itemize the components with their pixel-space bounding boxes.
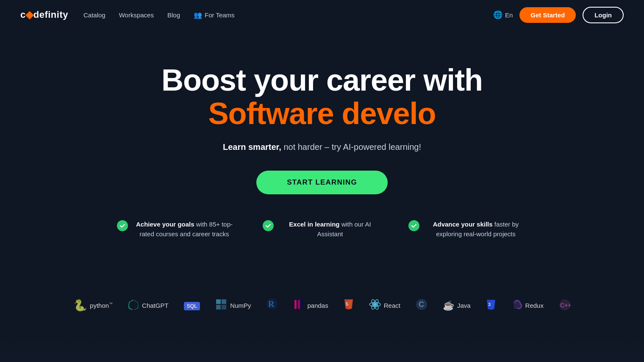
java-icon: ☕	[443, 300, 454, 311]
nav-links: Catalog Workspaces Blog 👥 For Teams	[83, 11, 235, 19]
check-icon-1	[117, 220, 128, 231]
r-icon: R	[266, 298, 278, 313]
get-started-button[interactable]: Get Started	[519, 7, 576, 23]
tech-logo-r: R	[266, 298, 278, 313]
svg-text:C: C	[419, 300, 424, 309]
svg-text:C++: C++	[560, 302, 571, 309]
numpy-icon	[215, 298, 227, 313]
check-icon-3	[408, 220, 419, 231]
logo-text: cdefinity	[20, 9, 68, 20]
nav-right: 🌐 En Get Started Login	[493, 7, 624, 23]
tech-logo-python: 🐍 python™	[73, 299, 113, 312]
tech-logo-css5: 3	[486, 299, 496, 312]
checkmark-svg-3	[411, 223, 417, 229]
svg-rect-3	[222, 305, 226, 309]
c-icon: C	[416, 298, 427, 313]
feature-item-3: Advance your skills faster by exploring …	[408, 220, 527, 239]
tech-logo-react: React	[369, 299, 400, 312]
tech-logo-c: C	[416, 298, 427, 313]
svg-rect-8	[301, 300, 303, 309]
nav-left: cdefinity Catalog Workspaces Blog 👥 For …	[20, 9, 235, 20]
tech-logo-chatgpt: ChatGPT	[128, 299, 169, 312]
tech-logo-redux: Redux	[511, 298, 544, 313]
feature-text-2: Excel in learning with our AI Assistant	[279, 220, 381, 239]
hero-section: Boost your career with Software develo L…	[0, 30, 644, 290]
tech-logo-sql: SQL	[184, 302, 200, 309]
python-icon: 🐍	[73, 299, 87, 312]
logo[interactable]: cdefinity	[20, 9, 68, 20]
svg-rect-2	[216, 305, 221, 309]
tech-logo-pandas: pandas	[293, 299, 328, 312]
globe-icon: 🌐	[493, 10, 502, 19]
features-row: Achieve your goals with 85+ top-rated co…	[83, 220, 561, 264]
tech-logo-html5: 5	[344, 298, 354, 313]
css5-icon: 3	[486, 299, 496, 312]
nav-workspaces[interactable]: Workspaces	[119, 11, 154, 19]
tech-logo-cpp: C++	[559, 299, 571, 312]
feature-text-3: Advance your skills faster by exploring …	[425, 220, 527, 239]
hero-title-line1: Boost your career with	[161, 64, 483, 97]
hero-subtitle: Learn smarter, not harder – try AI-power…	[223, 142, 421, 152]
language-button[interactable]: 🌐 En	[493, 10, 513, 19]
hero-title-line2: Software develo	[208, 97, 436, 130]
feature-item-2: Excel in learning with our AI Assistant	[263, 220, 381, 239]
start-learning-button[interactable]: START LEARNING	[256, 171, 388, 194]
redux-icon	[511, 298, 522, 313]
checkmark-svg-2	[265, 223, 271, 229]
nav-blog[interactable]: Blog	[167, 11, 180, 19]
svg-point-10	[373, 303, 377, 306]
svg-rect-0	[216, 299, 221, 304]
scroll-hint	[0, 330, 644, 362]
svg-text:3: 3	[488, 302, 491, 307]
react-icon	[369, 299, 381, 312]
pandas-icon	[293, 299, 304, 312]
login-button[interactable]: Login	[583, 7, 624, 23]
tech-logos-row: 🐍 python™ ChatGPT SQL NumPy	[0, 290, 644, 330]
check-icon-2	[263, 220, 274, 231]
feature-text-1: Achieve your goals with 85+ top-rated co…	[133, 220, 236, 239]
teams-icon: 👥	[194, 11, 202, 19]
cpp-icon: C++	[559, 299, 571, 312]
svg-rect-7	[298, 300, 300, 309]
html5-icon: 5	[344, 298, 354, 313]
navbar: cdefinity Catalog Workspaces Blog 👥 For …	[0, 0, 644, 30]
chatgpt-icon	[128, 299, 139, 312]
svg-rect-1	[222, 299, 226, 304]
feature-item-1: Achieve your goals with 85+ top-rated co…	[117, 220, 236, 239]
nav-for-teams[interactable]: 👥 For Teams	[194, 11, 235, 19]
sql-icon: SQL	[184, 302, 200, 309]
svg-text:R: R	[268, 299, 275, 309]
tech-logo-numpy: NumPy	[215, 298, 251, 313]
checkmark-svg	[119, 223, 125, 229]
svg-text:5: 5	[346, 301, 348, 307]
tech-logo-java: ☕ Java	[443, 300, 471, 311]
nav-catalog[interactable]: Catalog	[83, 11, 105, 19]
svg-rect-6	[294, 300, 297, 309]
